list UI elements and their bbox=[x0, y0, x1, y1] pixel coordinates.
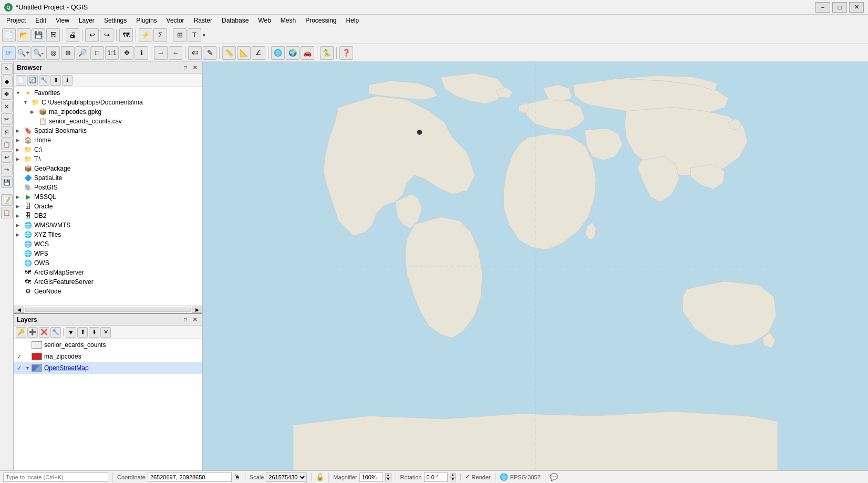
globe-button2[interactable]: 🌍 bbox=[286, 46, 299, 60]
copy-feature-button[interactable]: ⎘ bbox=[1, 126, 13, 138]
layers-add-button[interactable]: ➕ bbox=[27, 327, 38, 338]
osm-label[interactable]: OpenStreetMap bbox=[44, 364, 89, 372]
pan-tool-button[interactable]: ☞ bbox=[2, 46, 16, 60]
menu-vector[interactable]: Vector bbox=[162, 16, 189, 25]
tree-item-wms[interactable]: ▶ 🌐 WMS/WMTS bbox=[14, 220, 202, 230]
rotation-spinner[interactable]: ▲ ▼ bbox=[450, 473, 456, 481]
menu-layer[interactable]: Layer bbox=[75, 16, 99, 25]
menu-processing[interactable]: Processing bbox=[301, 16, 340, 25]
titlebar-controls[interactable]: − □ ✕ bbox=[815, 2, 864, 13]
menu-settings[interactable]: Settings bbox=[100, 16, 131, 25]
zoom-native-button[interactable]: 1:1 bbox=[105, 46, 119, 60]
processing-button[interactable]: ⚡ bbox=[139, 28, 152, 42]
tree-item-arcgis-feature[interactable]: 🗺 ArcGisFeatureServer bbox=[14, 277, 202, 287]
identify-button[interactable]: ℹ bbox=[135, 46, 148, 60]
browser-filter-button[interactable]: 🔧 bbox=[39, 75, 49, 86]
tree-item-favorites[interactable]: ▼ ★ Favorites bbox=[14, 88, 202, 98]
menu-raster[interactable]: Raster bbox=[190, 16, 216, 25]
layers-close-button[interactable]: ✕ bbox=[191, 316, 199, 324]
menu-help[interactable]: Help bbox=[342, 16, 364, 25]
undo-button[interactable]: ↩ bbox=[85, 28, 99, 42]
menu-web[interactable]: Web bbox=[254, 16, 275, 25]
browser-close-button[interactable]: ✕ bbox=[191, 64, 199, 72]
magnifier-input[interactable] bbox=[359, 472, 383, 482]
python-button[interactable]: 🐍 bbox=[320, 46, 334, 60]
layer-osm[interactable]: ✓ ▼ OpenStreetMap bbox=[14, 362, 202, 374]
epsg-label[interactable]: EPSG:3857 bbox=[510, 474, 541, 480]
tree-item-arcgis-map[interactable]: 🗺 ArcGisMapServer bbox=[14, 268, 202, 277]
menu-project[interactable]: Project bbox=[2, 16, 30, 25]
select-button[interactable]: → bbox=[154, 46, 168, 60]
undo-edit-button[interactable]: ↩ bbox=[1, 151, 13, 163]
tree-item-csv[interactable]: 📋 senior_ecards_counts.csv bbox=[28, 117, 202, 126]
redo-button[interactable]: ↪ bbox=[100, 28, 113, 42]
measure-area-button[interactable]: 📐 bbox=[237, 46, 251, 60]
sum-button[interactable]: Σ bbox=[153, 28, 167, 42]
ma-zipcodes-check[interactable]: ✓ bbox=[17, 353, 25, 360]
text-button[interactable]: T bbox=[188, 28, 201, 42]
browser-float-button[interactable]: □ bbox=[181, 64, 190, 72]
tree-item-geonode[interactable]: ⚙ GeoNode bbox=[14, 287, 202, 296]
help-button[interactable]: ❓ bbox=[339, 46, 353, 60]
tree-item-spatialite[interactable]: 🔷 SpatiaLite bbox=[14, 173, 202, 183]
save-as-button[interactable]: 🖫 bbox=[46, 28, 60, 42]
map-area[interactable] bbox=[203, 62, 868, 470]
label-tool-button[interactable]: 🏷 bbox=[188, 46, 202, 60]
save-project-button[interactable]: 💾 bbox=[32, 28, 45, 42]
browser-scroll-left[interactable]: ◀ bbox=[14, 307, 24, 313]
cut-feature-button[interactable]: ✂ bbox=[1, 113, 13, 125]
rubber-band-button[interactable]: ◎ bbox=[46, 46, 60, 60]
browser-new-button[interactable]: 📄 bbox=[16, 75, 26, 86]
node-tool-button[interactable]: ◆ bbox=[1, 76, 13, 87]
menu-edit[interactable]: Edit bbox=[31, 16, 50, 25]
layers-move-up-button[interactable]: ⬆ bbox=[77, 327, 88, 338]
layers-header-controls[interactable]: □ ✕ bbox=[181, 316, 199, 324]
pan-map-button[interactable]: ✥ bbox=[120, 46, 133, 60]
tree-item-c[interactable]: ▶ 📁 C:\ bbox=[14, 145, 202, 154]
browser-scroll-right[interactable]: ▶ bbox=[192, 307, 202, 313]
layer-senior-ecards[interactable]: senior_ecards_counts bbox=[14, 339, 202, 351]
deselect-button[interactable]: ← bbox=[169, 46, 182, 60]
maximize-button[interactable]: □ bbox=[832, 2, 847, 13]
layer-ma-zipcodes[interactable]: ✓ ma_zipcodes bbox=[14, 351, 202, 362]
browser-info-button[interactable]: ℹ bbox=[62, 75, 73, 86]
layers-remove-all-button[interactable]: ✕ bbox=[100, 327, 111, 338]
tree-item-geopackage[interactable]: 📦 GeoPackage bbox=[14, 164, 202, 173]
text-dropdown[interactable]: ▾ bbox=[203, 33, 205, 38]
browser-controls[interactable]: □ ✕ bbox=[181, 64, 199, 72]
zoom-extent-button[interactable]: ⊕ bbox=[61, 46, 75, 60]
render-check[interactable]: ✓ bbox=[465, 474, 470, 480]
tree-item-db2[interactable]: ▶ 🗄 DB2 bbox=[14, 211, 202, 220]
tree-item-gpkg[interactable]: ▶ 📦 ma_zipcodes.gpkg bbox=[28, 107, 202, 117]
layers-filter-button[interactable]: 🔧 bbox=[50, 327, 61, 338]
menu-database[interactable]: Database bbox=[218, 16, 253, 25]
tree-item-ma-path[interactable]: ▼ 📁 C:\Users\publaptops\Documents\ma bbox=[21, 98, 202, 107]
measure-angle-button[interactable]: ∠ bbox=[252, 46, 265, 60]
zoom-full-button[interactable]: 🗺 bbox=[119, 28, 133, 42]
tree-item-wcs[interactable]: 🌐 WCS bbox=[14, 239, 202, 249]
annotation2-button[interactable]: 📝 bbox=[1, 194, 13, 206]
scale-select[interactable]: 261575430 bbox=[266, 472, 307, 482]
tree-item-ows[interactable]: 🌐 OWS bbox=[14, 258, 202, 268]
tree-item-mssql[interactable]: ▶ ▶ MSSQL bbox=[14, 192, 202, 202]
rotation-up[interactable]: ▲ bbox=[450, 473, 456, 477]
layers-open-button[interactable]: 🔑 bbox=[16, 327, 26, 338]
delete-feature-button[interactable]: ✕ bbox=[1, 101, 13, 112]
osm-button[interactable]: 🚗 bbox=[301, 46, 314, 60]
menu-plugins[interactable]: Plugins bbox=[132, 16, 161, 25]
move-feature-button[interactable]: ✥ bbox=[1, 88, 13, 100]
open-project-button[interactable]: 📂 bbox=[17, 28, 30, 42]
form-button[interactable]: 📋 bbox=[1, 207, 13, 218]
browser-collapse-button[interactable]: ⬆ bbox=[50, 75, 61, 86]
menu-view[interactable]: View bbox=[51, 16, 74, 25]
layers-float-button[interactable]: □ bbox=[181, 316, 190, 324]
rotation-input[interactable] bbox=[424, 472, 448, 482]
coordinate-input[interactable] bbox=[148, 472, 232, 482]
senior-ecards-check[interactable] bbox=[17, 342, 25, 348]
redo-edit-button[interactable]: ↪ bbox=[1, 164, 13, 175]
tree-item-xyz[interactable]: ▶ 🌐 XYZ Tiles bbox=[14, 230, 202, 239]
layers-remove-button[interactable]: ❌ bbox=[39, 327, 49, 338]
status-search-input[interactable] bbox=[3, 472, 108, 482]
browser-refresh-button[interactable]: 🔄 bbox=[27, 75, 38, 86]
lock-icon[interactable]: 🔓 bbox=[316, 473, 324, 481]
